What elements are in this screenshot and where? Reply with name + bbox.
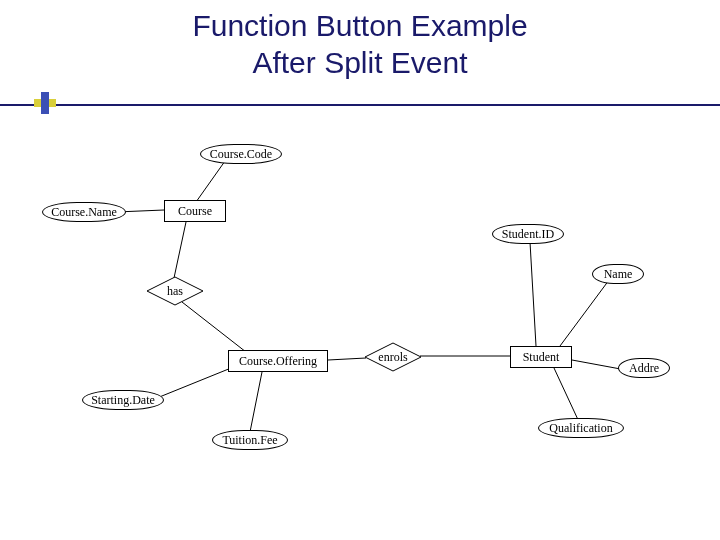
slide-title: Function Button Example After Split Even… (0, 8, 720, 81)
entity-course-offering: Course.Offering (228, 350, 328, 372)
er-diagram: Course.Code Course.Name Starting.Date Tu… (60, 130, 680, 510)
title-line-2: After Split Event (252, 46, 467, 79)
attr-student-addr: Addre (618, 358, 670, 378)
svg-line-4 (152, 366, 236, 400)
entity-course: Course (164, 200, 226, 222)
title-line-1: Function Button Example (192, 9, 527, 42)
connector-lines (60, 130, 680, 510)
relationship-enrols: enrols (364, 342, 422, 372)
svg-line-6 (328, 358, 366, 360)
svg-line-8 (530, 242, 536, 346)
svg-line-3 (182, 302, 246, 352)
relationship-enrols-label: enrols (378, 351, 407, 363)
entity-student: Student (510, 346, 572, 368)
attr-student-name: Name (592, 264, 644, 284)
bullet-icon (34, 92, 56, 114)
attr-student-id: Student.ID (492, 224, 564, 244)
relationship-has-label: has (167, 285, 183, 297)
attr-course-name: Course.Name (42, 202, 126, 222)
attr-starting-date: Starting.Date (82, 390, 164, 410)
svg-line-5 (250, 372, 262, 432)
attr-course-code: Course.Code (200, 144, 282, 164)
attr-tuition-fee: Tuition.Fee (212, 430, 288, 450)
title-rule (0, 104, 720, 106)
svg-line-2 (174, 222, 186, 278)
relationship-has: has (146, 276, 204, 306)
svg-line-9 (560, 276, 612, 346)
svg-line-11 (554, 368, 580, 424)
attr-student-qual: Qualification (538, 418, 624, 438)
